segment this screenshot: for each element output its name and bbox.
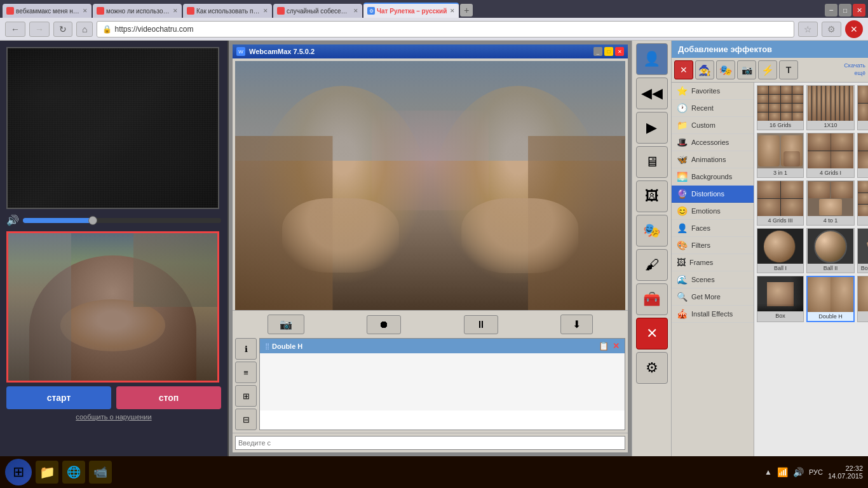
browser-stop-btn-red[interactable]: ✕ [845, 20, 863, 38]
stop-button[interactable]: стоп [116, 386, 221, 409]
wcm-chat-area[interactable] [233, 433, 628, 452]
volume-thumb[interactable] [88, 216, 97, 225]
wcm-close-btn[interactable]: ✕ [615, 47, 624, 56]
sidebar-magic-btn[interactable]: 🎭 [636, 215, 668, 247]
tab-1[interactable]: вебкаммакс меня не вид... ✕ [3, 4, 92, 18]
wcm-record-btn[interactable]: ⏺ [367, 315, 401, 334]
sidebar-people-btn[interactable]: 👤 [636, 43, 668, 75]
cat-custom[interactable]: 📁 Custom [672, 117, 754, 134]
taskbar-webcam[interactable]: 📹 [89, 461, 112, 484]
effects-tb-flash[interactable]: ⚡ [758, 60, 777, 79]
tab-4[interactable]: случайный собеседник – ... ✕ [273, 4, 362, 18]
cat-backgrounds[interactable]: 🌅 Backgrounds [672, 168, 754, 186]
forward-button[interactable]: → [29, 22, 50, 37]
sidebar-photo-btn[interactable]: 🖼 [636, 180, 668, 212]
cat-filters[interactable]: 🎨 Filters [672, 237, 754, 254]
start-button[interactable]: старт [6, 386, 111, 409]
effect-ball1[interactable]: Ball I [757, 228, 804, 273]
tab-3-close[interactable]: ✕ [263, 8, 268, 14]
wcm-small-btn[interactable]: ⊟ [235, 409, 257, 430]
sidebar-screen-btn[interactable]: 🖥 [636, 146, 668, 178]
favorites-label: Favorites [691, 87, 720, 95]
reload-button[interactable]: ↻ [53, 22, 72, 37]
cat-recent[interactable]: 🕐 Recent [672, 100, 754, 117]
tray-expand-icon[interactable]: ▲ [764, 468, 772, 477]
wcm-controls: 📷 ⏺ ⏸ ⬇ [233, 310, 628, 338]
wcm-screenshot-btn[interactable]: 📷 [268, 315, 304, 334]
tab-1-close[interactable]: ✕ [83, 8, 88, 14]
wcm-pause-btn[interactable]: ⏸ [464, 315, 498, 334]
cat-frames[interactable]: 🖼 Frames [672, 254, 754, 271]
new-tab-btn[interactable]: + [460, 4, 473, 17]
effect-3in1[interactable]: 3 in 1 [757, 133, 804, 178]
start-button[interactable]: ⊞ [5, 459, 32, 485]
back-button[interactable]: ← [5, 22, 25, 37]
sidebar-stop-btn[interactable]: ✕ [636, 318, 668, 349]
tray-language[interactable]: РУС [809, 468, 823, 476]
taskbar-chrome[interactable]: 🌐 [62, 461, 85, 484]
browser-close-btn[interactable]: ✕ [853, 4, 865, 17]
wcm-maximize-btn[interactable]: □ [604, 47, 613, 56]
tab-3[interactable]: Как использовать прогр... ✕ [183, 4, 272, 18]
effect-16grids[interactable]: 16 Grids [757, 85, 804, 130]
wcm-grid-btn[interactable]: ⊞ [235, 385, 257, 407]
tab-5-close[interactable]: ✕ [450, 8, 455, 14]
effect-doubleh[interactable]: Double H [806, 276, 855, 322]
tray-network-icon[interactable]: 📶 [777, 467, 788, 477]
cat-emotions[interactable]: 😊 Emotions [672, 203, 754, 220]
tab-4-close[interactable]: ✕ [353, 8, 358, 14]
volume-track[interactable] [23, 218, 221, 223]
effect-9grids[interactable]: 9 Grids [857, 180, 868, 226]
report-link[interactable]: сообщить о нарушении [6, 413, 221, 421]
effect-box-octahedr[interactable]: Box – Octahedr [857, 228, 868, 273]
volume-icon[interactable]: 🔊 [6, 214, 19, 226]
effect-ball2[interactable]: Ball II [806, 228, 855, 273]
effects-tb-close[interactable]: ✕ [674, 60, 693, 79]
effect-double[interactable]: Double [857, 276, 868, 322]
bookmark-button[interactable]: ☆ [798, 22, 818, 37]
address-bar[interactable]: 🔒 https://videochatru.com [97, 21, 794, 37]
sidebar-brush-btn[interactable]: 🖌 [636, 249, 668, 281]
tray-volume-icon[interactable]: 🔊 [793, 467, 804, 477]
effects-download-more[interactable]: Скачатьещё [844, 62, 865, 77]
effect-box[interactable]: Box [757, 276, 804, 322]
wcm-chat-input[interactable] [235, 436, 625, 450]
browser-min-btn[interactable]: − [825, 4, 837, 17]
sidebar-play-btn[interactable]: ▶ [636, 112, 668, 144]
effects-tb-wizard[interactable]: 🧙 [695, 60, 714, 79]
frames-label: Frames [689, 259, 713, 266]
cat-distortions[interactable]: 🔮 Distortions [672, 186, 754, 203]
tab-2[interactable]: можно ли использовать... ✕ [93, 4, 182, 18]
cat-scenes[interactable]: 🌊 Scenes [672, 271, 754, 288]
tab-5[interactable]: ⚙ Чат Рулетка – русский ✕ [363, 3, 459, 18]
effects-tb-text[interactable]: T [779, 60, 798, 79]
wcm-info-btn[interactable]: ℹ [235, 338, 257, 360]
cat-faces[interactable]: 👤 Faces [672, 220, 754, 237]
sidebar-tools-btn[interactable]: 🧰 [636, 283, 668, 315]
sidebar-effects-btn[interactable]: ◀◀ [636, 78, 668, 109]
effect-4gridsiii[interactable]: 4 Grids III [757, 180, 804, 226]
cat-animations[interactable]: 🦋 Animations [672, 151, 754, 168]
effect-4grids[interactable]: 4 Grids [857, 133, 868, 178]
wcm-list-btn[interactable]: ≡ [235, 362, 257, 383]
cat-favorites[interactable]: ⭐ Favorites [672, 83, 754, 100]
cat-install[interactable]: 🎪 Install Effects [672, 306, 754, 323]
wcm-effect-remove-icon[interactable]: ✕ [613, 341, 620, 351]
effects-tb-mask[interactable]: 🎭 [716, 60, 735, 79]
cat-get-more[interactable]: 🔍 Get More [672, 288, 754, 306]
effect-1x10[interactable]: 1X10 [806, 85, 855, 130]
effect-4gridsi[interactable]: 4 Grids I [806, 133, 855, 178]
taskbar-file-manager[interactable]: 📁 [36, 461, 58, 484]
sidebar-settings-btn[interactable]: ⚙ [636, 352, 668, 384]
home-button[interactable]: ⌂ [76, 22, 93, 37]
effect-4to1[interactable]: 4 to 1 [806, 180, 855, 226]
extensions-button[interactable]: ⚙ [822, 22, 841, 37]
effects-tb-camera[interactable]: 📷 [737, 60, 756, 79]
cat-accessories[interactable]: 🎩 Accessories [672, 134, 754, 151]
browser-max-btn[interactable]: □ [839, 4, 851, 17]
wcm-minimize-btn[interactable]: _ [593, 47, 602, 56]
wcm-download-btn[interactable]: ⬇ [560, 315, 593, 334]
wcm-effect-copy-icon[interactable]: 📋 [599, 341, 609, 351]
tab-2-close[interactable]: ✕ [173, 8, 178, 14]
effect-1x7[interactable]: 1X7 [857, 85, 868, 130]
